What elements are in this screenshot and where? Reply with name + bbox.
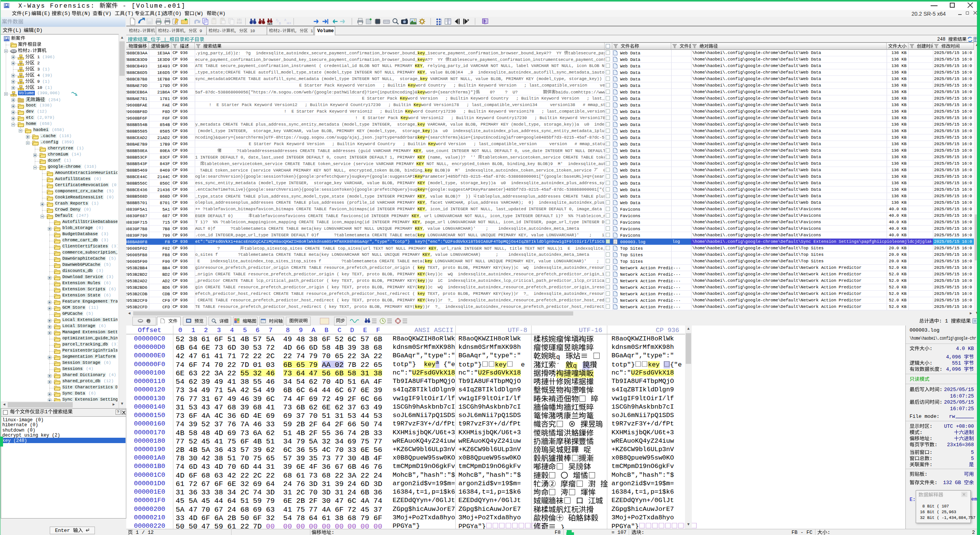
svg-text:A: A bbox=[284, 18, 286, 22]
svg-text:?: ? bbox=[484, 20, 486, 23]
svg-text:010: 010 bbox=[237, 21, 242, 25]
svg-text:A: A bbox=[276, 18, 278, 22]
svg-text:HEX: HEX bbox=[287, 22, 291, 25]
svg-text:B: B bbox=[279, 22, 281, 25]
svg-text:HEX: HEX bbox=[267, 23, 273, 25]
